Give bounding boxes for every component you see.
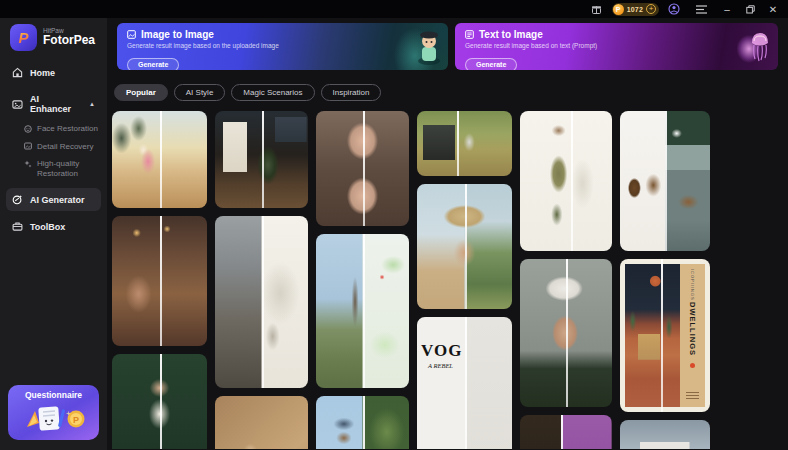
high-quality-icon — [24, 160, 32, 168]
banner-title: Text to Image — [479, 29, 543, 40]
inspiration-gallery: VOG A REBEL ICOPIIINGS DWELLINGS — [112, 111, 788, 449]
dwellings-dot — [690, 363, 695, 368]
dwellings-title-text: DWELLINGS — [688, 302, 697, 356]
titlebar: P 1072 + – ✕ — [0, 0, 788, 18]
dwellings-poster-art — [625, 264, 680, 407]
gift-icon[interactable] — [591, 3, 603, 15]
text-to-image-banner: Text to Image Generate result image base… — [455, 23, 778, 70]
ai-generator-icon — [12, 194, 23, 205]
coin-count: 1072 — [627, 6, 643, 13]
account-icon[interactable] — [668, 3, 680, 15]
jellyfish-illustration — [748, 27, 772, 65]
coin-balance-pill[interactable]: P 1072 + — [612, 3, 659, 16]
gallery-card-bearded-man[interactable] — [112, 354, 207, 449]
gallery-column — [112, 111, 207, 449]
gallery-column: VOG A REBEL — [417, 111, 512, 449]
gallery-column — [520, 111, 612, 449]
gallery-card-skater-beach[interactable] — [112, 111, 207, 208]
gallery-card-restaurant-woman[interactable] — [112, 216, 207, 346]
sidebar-item-high-quality-restoration[interactable]: High-quality Restoration — [6, 155, 101, 182]
sidebar-item-label: AI Enhancer — [30, 94, 82, 114]
detail-recovery-icon — [24, 142, 32, 150]
gallery-card-beavers-boat[interactable] — [620, 111, 710, 251]
add-coins-icon[interactable]: + — [646, 4, 656, 14]
vogue-tagline-text: A REBEL — [428, 362, 453, 369]
gallery-card-vintage-couple[interactable] — [215, 396, 308, 449]
vogue-masthead-text: VOG — [421, 341, 462, 361]
anime-character-illustration — [416, 27, 442, 65]
gallery-card-temple[interactable] — [316, 396, 409, 449]
gallery-card-eiffel-map[interactable] — [316, 234, 409, 388]
sidebar-item-detail-recovery[interactable]: Detail Recovery — [6, 138, 101, 156]
gallery-card-portrait-before-after[interactable] — [316, 111, 409, 226]
menu-icon[interactable] — [695, 3, 707, 15]
restore-button[interactable] — [743, 2, 757, 16]
banner-row: Image to Image Generate result image bas… — [117, 23, 778, 70]
app-logo-icon: P — [10, 24, 37, 51]
minimize-button[interactable]: – — [720, 2, 734, 16]
gallery-card-dwellings-poster[interactable]: ICOPIIINGS DWELLINGS — [620, 259, 710, 412]
gallery-card-soldier-illustration[interactable] — [520, 111, 612, 251]
sidebar-item-face-restoration[interactable]: Face Restoration — [6, 120, 101, 138]
sidebar-nav: Home AI Enhancer ▲ Face Restoration Deta… — [0, 61, 107, 238]
category-tabs: Popular AI Style Magic Scenarios Inspira… — [114, 84, 788, 101]
questionnaire-card[interactable]: Questionnaire P + — [8, 385, 99, 440]
text-to-image-generate-button[interactable]: Generate — [465, 58, 517, 71]
sidebar-item-label: Detail Recovery — [37, 142, 93, 152]
dwellings-side-text: ICOPIIINGS — [690, 269, 695, 301]
sidebar-item-label: Home — [30, 68, 55, 78]
svg-text:P: P — [72, 415, 78, 425]
sidebar-item-ai-enhancer[interactable]: AI Enhancer ▲ — [6, 88, 101, 120]
gallery-column — [215, 111, 308, 449]
brand-bottom-text: FotorPea — [43, 34, 95, 47]
toolbox-icon — [12, 221, 23, 232]
main-content: Image to Image Generate result image bas… — [107, 18, 788, 450]
gallery-card-mountain-couple[interactable] — [620, 420, 710, 449]
tab-inspiration[interactable]: Inspiration — [321, 84, 382, 101]
dwellings-fineprint — [686, 392, 699, 401]
sidebar-item-label: AI Generator — [30, 195, 85, 205]
tab-magic-scenarios[interactable]: Magic Scenarios — [231, 84, 314, 101]
questionnaire-illustration-icon: P + — [19, 401, 89, 433]
gallery-card-architecture-sketch[interactable] — [215, 216, 308, 388]
banner-title: Image to Image — [141, 29, 214, 40]
image-to-image-banner: Image to Image Generate result image bas… — [117, 23, 448, 70]
gallery-card-cap-man[interactable] — [520, 259, 612, 407]
banner-subtitle: Generate result image based on text (Pro… — [465, 42, 768, 49]
sidebar-item-home[interactable]: Home — [6, 61, 101, 84]
sidebar-item-ai-generator[interactable]: AI Generator — [6, 188, 101, 211]
questionnaire-label: Questionnaire — [8, 390, 99, 400]
tab-popular[interactable]: Popular — [114, 84, 168, 101]
sidebar-item-label: Face Restoration — [37, 124, 98, 134]
ai-enhancer-icon — [12, 99, 23, 110]
dwellings-side-panel: ICOPIIINGS DWELLINGS — [680, 264, 705, 407]
gallery-card-safari-man[interactable] — [417, 184, 512, 309]
sidebar-item-toolbox[interactable]: ToolBox — [6, 215, 101, 238]
coin-icon: P — [613, 4, 624, 15]
gallery-column — [316, 111, 409, 449]
image-icon — [127, 30, 136, 39]
chevron-up-icon[interactable]: ▲ — [89, 101, 95, 107]
gallery-card-vogue-cover[interactable]: VOG A REBEL — [417, 317, 512, 449]
banner-subtitle: Generate result image based on the uploa… — [127, 42, 438, 49]
sidebar-item-label: High-quality Restoration — [37, 159, 99, 178]
gallery-card-anime-figure[interactable] — [215, 111, 308, 208]
face-restoration-icon — [24, 125, 32, 133]
gallery-column: ICOPIIINGS DWELLINGS — [620, 111, 710, 449]
home-icon — [12, 67, 23, 78]
app-brand: P HitPaw FotorPea — [10, 24, 99, 51]
sidebar-item-label: ToolBox — [30, 222, 65, 232]
sidebar: P HitPaw FotorPea Home AI Enhancer ▲ Fac… — [0, 18, 107, 450]
svg-text:+: + — [66, 409, 71, 418]
text-icon — [465, 30, 474, 39]
gallery-card-purple-portrait[interactable] — [520, 415, 612, 449]
tab-ai-style[interactable]: AI Style — [174, 84, 226, 101]
gallery-card-family-tv[interactable] — [417, 111, 512, 176]
close-button[interactable]: ✕ — [766, 2, 780, 16]
image-to-image-generate-button[interactable]: Generate — [127, 58, 179, 71]
